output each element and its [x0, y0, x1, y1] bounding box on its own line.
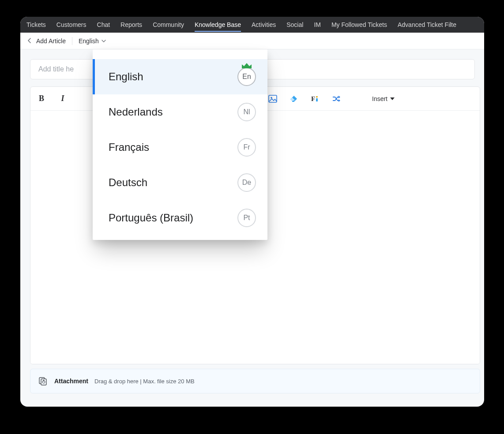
clear-format-icon[interactable]: F [310, 94, 320, 104]
nav-activities[interactable]: Activities [252, 17, 276, 33]
nav-customers[interactable]: Customers [56, 17, 87, 33]
language-option-portugues[interactable]: Português (Brasil) Pt [93, 200, 267, 236]
nav-my-followed-tickets[interactable]: My Followed Tickets [331, 17, 387, 33]
language-code-badge: Fr [237, 138, 256, 157]
language-option-english[interactable]: English En [93, 59, 267, 94]
svg-rect-9 [316, 98, 318, 101]
attachment-hint: Drag & drop here | Max. file size 20 MB [94, 378, 195, 385]
attachment-label: Attachment [54, 378, 88, 385]
top-nav: Tickets Customers Chat Reports Community… [20, 17, 484, 33]
nav-chat[interactable]: Chat [97, 17, 110, 33]
attachment-icon [38, 376, 48, 386]
language-name: Français [109, 141, 149, 153]
language-name: Nederlands [109, 106, 163, 118]
language-selector-trigger[interactable]: English [79, 37, 106, 45]
nav-reports[interactable]: Reports [120, 17, 142, 33]
nav-knowledge-base[interactable]: Knowledge Base [195, 17, 241, 33]
caret-down-icon [390, 97, 395, 100]
language-name: Deutsch [109, 176, 147, 189]
language-badge-wrap: En [237, 67, 256, 86]
language-code-badge: Nl [237, 103, 256, 121]
shuffle-icon[interactable] [331, 94, 341, 104]
language-option-francais[interactable]: Français Fr [93, 130, 267, 165]
eraser-icon[interactable] [289, 94, 299, 104]
app-shell: Tickets Customers Chat Reports Community… [20, 17, 484, 407]
svg-point-7 [271, 97, 272, 98]
language-name: Português (Brasil) [109, 212, 193, 224]
language-selector-label: English [79, 37, 99, 45]
insert-dropdown-button[interactable]: Insert [372, 95, 395, 102]
nav-social[interactable]: Social [286, 17, 303, 33]
language-code-badge: Pt [237, 209, 256, 227]
language-name: English [109, 71, 143, 83]
chevron-down-icon [102, 38, 106, 44]
image-icon[interactable] [268, 94, 278, 104]
subbar: Add Article English [20, 33, 484, 49]
insert-label: Insert [372, 95, 387, 102]
language-dropdown: English En Nederlands Nl Français Fr Deu… [93, 49, 267, 240]
language-option-deutsch[interactable]: Deutsch De [93, 165, 267, 200]
nav-advanced-ticket-filters[interactable]: Advanced Ticket Filte [398, 17, 456, 33]
svg-rect-6 [269, 95, 277, 102]
back-icon[interactable] [27, 37, 32, 45]
nav-im[interactable]: IM [314, 17, 321, 33]
bold-button[interactable]: B [37, 94, 46, 104]
italic-button[interactable]: I [58, 94, 68, 104]
svg-text:F: F [311, 95, 315, 102]
nav-tickets[interactable]: Tickets [26, 17, 46, 33]
language-option-nederlands[interactable]: Nederlands Nl [93, 94, 267, 130]
separator [72, 37, 72, 45]
crown-icon [241, 62, 252, 71]
nav-community[interactable]: Community [153, 17, 184, 33]
attachment-strip[interactable]: Attachment Drag & drop here | Max. file … [30, 369, 480, 393]
language-code-badge: De [237, 173, 256, 192]
breadcrumb-add-article[interactable]: Add Article [36, 37, 66, 45]
